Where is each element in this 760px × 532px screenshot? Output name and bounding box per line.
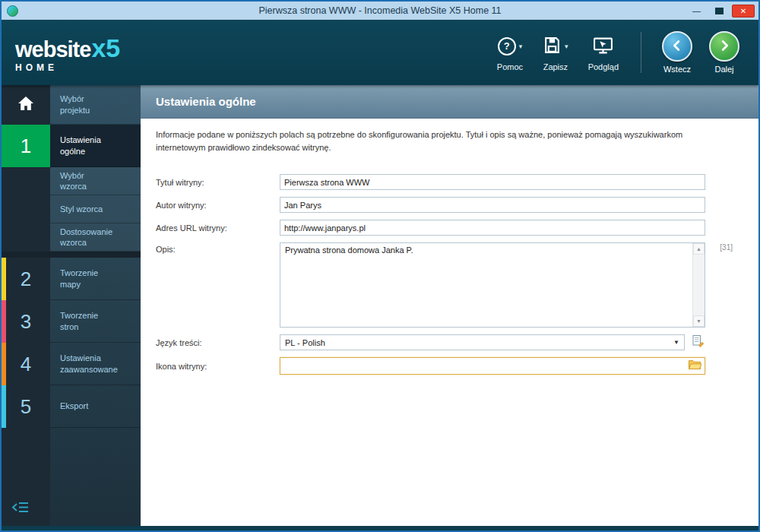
- save-icon: [543, 36, 562, 56]
- site-icon-label: Ikona witryny:: [156, 362, 280, 371]
- step-5-label: Eksport: [60, 401, 88, 411]
- site-author-input[interactable]: [280, 197, 705, 213]
- site-icon-field: [280, 357, 705, 375]
- substep-label: Styl wzorca: [60, 204, 103, 214]
- sidebar-substep-template-style[interactable]: Styl wzorca: [2, 195, 141, 223]
- back-button[interactable]: Wstecz: [662, 31, 692, 74]
- close-button[interactable]: ✕: [732, 5, 755, 17]
- site-author-label: Autor witryny:: [156, 201, 280, 210]
- home-icon: [17, 96, 34, 114]
- sidebar-step-3[interactable]: 3 Tworzenie stron: [2, 300, 141, 343]
- sidebar-divider: [2, 252, 141, 258]
- app-logo: website x5 HOME: [15, 35, 120, 72]
- step-5-number: 5: [21, 395, 31, 419]
- scroll-up-icon[interactable]: ▲: [693, 243, 705, 255]
- language-selected-value: PL - Polish: [285, 338, 325, 347]
- step-4-color-strip: [2, 343, 6, 385]
- site-title-input[interactable]: [280, 174, 705, 190]
- preview-button[interactable]: Podgląd: [588, 34, 619, 71]
- step-5-color-strip: [2, 385, 6, 428]
- step-2-label: Tworzenie mapy: [60, 268, 107, 290]
- sidebar-item-label: Wybór projektu: [60, 93, 107, 116]
- site-description-label: Opis:: [156, 242, 280, 254]
- maximize-icon: [715, 8, 724, 14]
- textarea-scrollbar[interactable]: ▲ ▼: [692, 243, 705, 327]
- sidebar-step-1[interactable]: 1 Ustawienia ogólne: [2, 125, 141, 167]
- window-controls: — ✕: [686, 5, 755, 17]
- language-label: Język treści:: [156, 338, 280, 347]
- steps-sidebar: Wybór projektu 1 Ustawienia ogólne Wybór…: [2, 85, 141, 526]
- sidebar-substep-template-custom[interactable]: Dostosowanie wzorca: [2, 223, 141, 252]
- site-description-text: Prywatna strona domowa Janka P.: [280, 243, 692, 327]
- main-content: Ustawienia ogólne Informacje podane w po…: [141, 85, 758, 526]
- sidebar-item-project[interactable]: Wybór projektu: [2, 85, 141, 125]
- next-button-label: Dalej: [714, 65, 733, 74]
- step-3-label: Tworzenie stron: [60, 310, 107, 332]
- window-footer: [2, 526, 758, 530]
- character-counter: [31]: [720, 243, 733, 252]
- site-title-label: Tytuł witryny:: [156, 178, 280, 187]
- site-url-input[interactable]: [280, 220, 705, 236]
- save-menu-caret-icon[interactable]: ▾: [565, 43, 568, 50]
- site-icon-input[interactable]: [280, 358, 687, 374]
- folder-icon: [688, 359, 701, 373]
- sidebar-step-5[interactable]: 5 Eksport: [2, 385, 141, 428]
- app-icon[interactable]: [7, 5, 18, 17]
- titlebar[interactable]: Pierwsza strona WWW - Incomedia WebSite …: [2, 2, 758, 20]
- minimize-button[interactable]: —: [686, 5, 707, 17]
- step-4-number: 4: [21, 353, 31, 376]
- help-button[interactable]: ? ▾ Pomoc: [497, 34, 523, 71]
- help-button-label: Pomoc: [497, 62, 523, 71]
- help-menu-caret-icon[interactable]: ▾: [519, 43, 523, 50]
- header-separator: [641, 32, 641, 73]
- collapse-sidebar-icon: [11, 503, 30, 516]
- logo-home-text: HOME: [15, 63, 120, 72]
- page-title: Ustawienia ogólne: [141, 85, 758, 119]
- step-1-number: 1: [21, 135, 31, 158]
- general-settings-form: Tytuł witryny: Autor witryny: Adres URL …: [141, 174, 758, 382]
- maximize-button[interactable]: [709, 5, 730, 17]
- site-description-row: Opis: Prywatna strona domowa Janka P. ▲ …: [156, 242, 705, 328]
- site-icon-row: Ikona witryny:: [156, 357, 705, 375]
- app-header: website x5 HOME ? ▾ Pomoc ▾ Zapisz: [2, 20, 758, 85]
- step-2-color-strip: [2, 258, 6, 300]
- scrollbar-track[interactable]: [693, 255, 705, 315]
- browse-icon-button[interactable]: [687, 359, 702, 373]
- step-2-number: 2: [21, 268, 31, 291]
- app-window: Pierwsza strona WWW - Incomedia WebSite …: [0, 0, 760, 532]
- save-button-label: Zapisz: [543, 62, 568, 71]
- preview-button-label: Podgląd: [588, 62, 619, 71]
- back-chevron-icon: [669, 37, 686, 55]
- step-1-label: Ustawienia ogólne: [60, 135, 107, 157]
- save-button[interactable]: ▾ Zapisz: [543, 34, 568, 71]
- step-4-label: Ustawienia zaawansowane: [60, 353, 107, 375]
- language-row: Język treści: PL - Polish ▼: [156, 334, 705, 350]
- logo-x5-text: x5: [91, 35, 120, 61]
- substep-label: Wybór wzorca: [60, 170, 107, 192]
- site-description-textarea[interactable]: Prywatna strona domowa Janka P. ▲ ▼: [280, 242, 705, 328]
- site-title-row: Tytuł witryny:: [156, 174, 705, 190]
- site-url-label: Adres URL witryny:: [156, 223, 280, 233]
- next-chevron-icon: [716, 37, 733, 55]
- collapse-sidebar-button[interactable]: [11, 501, 30, 517]
- window-title: Pierwsza strona WWW - Incomedia WebSite …: [2, 5, 758, 16]
- logo-text: website: [15, 39, 90, 61]
- language-select[interactable]: PL - Polish ▼: [280, 334, 685, 350]
- sidebar-step-4[interactable]: 4 Ustawienia zaawansowane: [2, 343, 141, 385]
- preview-icon: [593, 36, 613, 57]
- sidebar-substep-template-choice[interactable]: Wybór wzorca: [2, 167, 141, 195]
- scroll-down-icon[interactable]: ▼: [693, 315, 705, 327]
- step-3-color-strip: [2, 300, 6, 343]
- substep-label: Dostosowanie wzorca: [60, 226, 107, 249]
- chevron-down-icon: ▼: [673, 339, 679, 346]
- site-author-row: Autor witryny:: [156, 197, 705, 213]
- edit-languages-icon: [692, 334, 705, 350]
- sidebar-step-2[interactable]: 2 Tworzenie mapy: [2, 258, 141, 300]
- step-3-number: 3: [21, 310, 31, 334]
- edit-languages-button[interactable]: [690, 335, 705, 350]
- next-button[interactable]: Dalej: [709, 31, 739, 74]
- page-description: Informacje podane w poniższych polach są…: [156, 128, 731, 154]
- help-icon: ?: [498, 37, 516, 55]
- site-url-row: Adres URL witryny:: [156, 220, 705, 236]
- back-button-label: Wstecz: [663, 65, 691, 74]
